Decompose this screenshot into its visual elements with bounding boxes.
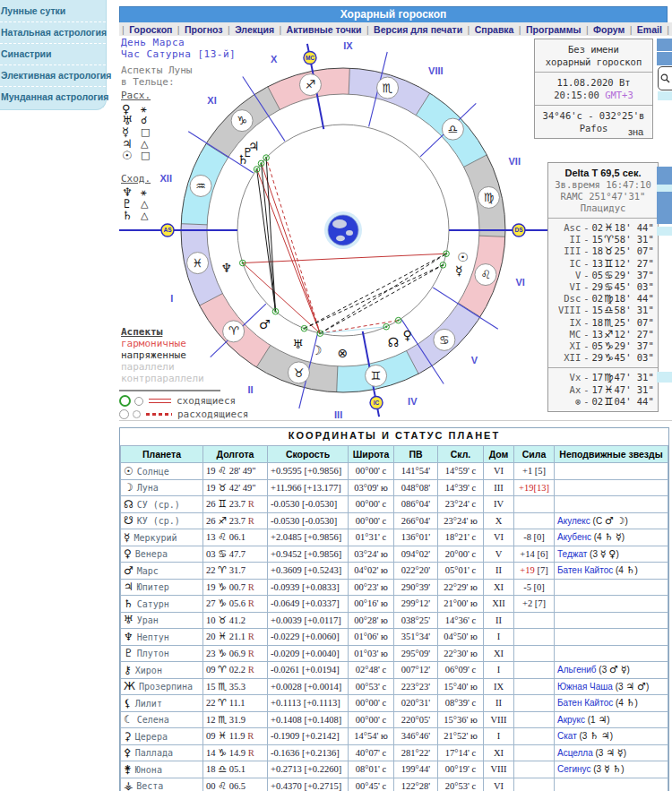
menu-item-5[interactable]: Версия для печати — [374, 24, 462, 35]
fixed-star-link[interactable]: Акулекс — [557, 516, 590, 526]
table-row: ⚳Церера09 ♓ 11.9 R-0.1909 [+0.2142]14°54… — [121, 728, 668, 745]
fixed-star-link[interactable]: Батен Кайтос — [557, 565, 613, 575]
house-cusp-row: IC-13♊12' 27" — [549, 258, 657, 270]
planet-glyph: ☉ — [124, 465, 137, 477]
table-row: ♂Марс22 ♈ 31.7+0.3609 [+0.5243]04°02' ю0… — [121, 563, 668, 580]
house-cusp-row: Dsc-02♍18' 44" — [549, 293, 657, 305]
house-numeral: XI — [207, 95, 216, 106]
house-cusp-row: VIII-15♎58' 31" — [549, 305, 657, 316]
coordinates-section: КООРДИНАТЫ И СТАТУС ПЛАНЕТ ПланетаДолгот… — [119, 427, 669, 791]
search-button[interactable] — [658, 66, 672, 90]
house-numeral: XII — [160, 173, 172, 184]
house-cusp-row: XII-29♑45' 03" — [549, 352, 657, 364]
house-numeral: I — [170, 293, 173, 304]
house-cusp-row: III-18♉25' 07" — [549, 245, 657, 257]
house-cusp-row: IX-18♏25' 07" — [549, 317, 657, 329]
column-header: Дом — [484, 446, 514, 463]
planet-glyph-moon: ☽ — [311, 343, 323, 357]
planet-glyph: ♇ — [124, 647, 137, 659]
special-point-row: Ax-17♓47' 31" — [549, 384, 657, 396]
axis-label: AS — [163, 227, 172, 233]
aspect-endpoint-dot — [260, 162, 262, 164]
fixed-star-link[interactable]: Скат — [557, 731, 577, 741]
planet-glyph: ⚳ — [124, 730, 135, 743]
menu-item-3[interactable]: Элекция — [235, 24, 274, 35]
aspect-endpoint-dot — [445, 253, 447, 254]
legend-parallels: параллели — [121, 361, 204, 373]
chart-time: 20:15:00 GMT+3 — [536, 89, 651, 101]
hour-label: Час Сатурна [13-й] — [121, 48, 236, 60]
sidebar-item-4[interactable]: Элективная астрология — [0, 65, 106, 87]
sign-glyph: ♏ — [383, 82, 393, 95]
aspect-line — [257, 169, 321, 333]
sidebar-item-3[interactable]: Синастрии — [0, 44, 106, 65]
ramc: RAMC 251°47'31" — [549, 191, 657, 202]
aspect-endpoint-dot — [303, 327, 305, 329]
aspect-line — [262, 163, 276, 311]
legend-contraparallels: контрпараллели — [121, 373, 204, 384]
menu-item-7[interactable]: Программы — [526, 24, 582, 35]
house-system: Плацидус — [549, 202, 657, 214]
fixed-star-link[interactable]: Альгениб — [557, 665, 597, 675]
table-row: ⚸Лилит22 ♈ 11.1+0.1113 [+0.1113]00°00' с… — [121, 695, 668, 712]
planet-glyph: ♅ — [124, 614, 137, 626]
planet-glyph-neptune: ♆ — [220, 261, 232, 275]
legend-harmonious: гармоничные — [121, 338, 204, 349]
aspect-line — [266, 158, 320, 333]
special-point-row: Vx-17♍47' 31" — [549, 372, 657, 383]
table-title: КООРДИНАТЫ И СТАТУС ПЛАНЕТ — [120, 428, 668, 445]
menu-item-4[interactable]: Активные точки — [287, 24, 362, 35]
applying-label: Сход. — [121, 173, 151, 185]
table-row: ♄Сатурн27 ♑ 05.6 R-0.0649 [+0.0337]00°16… — [121, 596, 668, 613]
applying-aspects-list: ♆⚹♇△♄△ — [122, 186, 148, 221]
sidebar-item-2[interactable]: Натальная астрология — [0, 22, 106, 44]
fixed-star-link[interactable]: Сегинус — [557, 764, 590, 774]
sidebar: Лунные суткиНатальная астрологияСинастри… — [0, 0, 107, 110]
sidereal-time: Зв.время 16:47:10 — [549, 179, 657, 191]
legend-diverging-row: расходящиеся — [119, 408, 248, 420]
house-numeral: V — [471, 355, 478, 365]
house-numeral: VII — [508, 156, 520, 167]
horary-horoscope-page: Лунные суткиНатальная астрологияСинастри… — [0, 0, 672, 791]
table-row: ⚶Веста00 ♌ 06.5+0.4370 [+0.2715]00°45' с… — [121, 778, 668, 791]
earth-continent — [336, 236, 345, 241]
column-header: Скл. — [438, 446, 484, 463]
table-row: ♇Плутон23 ♑ 06.9 R-0.0209 [+0.0040]01°03… — [121, 645, 668, 662]
menu-item-9[interactable]: Email — [637, 24, 662, 35]
fixed-star-link[interactable]: Теджат — [557, 549, 587, 559]
menu-item-1[interactable]: Гороскоп — [129, 24, 172, 35]
table-row: ⚵Юнона18 ♎ 05.1+0.2713 [+0.2260]08°01' с… — [121, 761, 668, 778]
menu-bar: |Гороскоп|Прогноз|Элекция|Активные точки… — [119, 22, 672, 36]
aspect-line — [262, 163, 321, 333]
menu-item-6[interactable]: Справка — [475, 24, 514, 35]
planet-glyph: ☽ — [124, 481, 137, 494]
sign-glyph: ♍ — [484, 191, 495, 204]
planet-glyph-mercury: ☿ — [455, 263, 463, 278]
chart-type: хорарный гороскоп — [536, 56, 651, 68]
table-row: ЖПрозерпина15 ♏ 35.3+0.0028 [+0.0014]00°… — [121, 678, 668, 695]
fixed-star-link[interactable]: Батен Кайтос — [557, 698, 613, 708]
special-point-row: ⊗-02♊04' 44" — [549, 396, 657, 408]
fixed-star-link[interactable]: Южная Чаша — [557, 682, 613, 692]
planet-glyph: ☾ — [124, 713, 137, 726]
right-column-fragment — [657, 167, 672, 185]
sidebar-item-5[interactable]: Мунданная астрология — [0, 87, 106, 107]
fixed-star-link[interactable]: Акрукс — [557, 715, 585, 725]
planets-table: ПланетаДолготаСкоростьШиротаПВСкл.ДомСил… — [120, 445, 668, 791]
sign-glyph: ♌ — [480, 268, 491, 281]
house-numeral: IV — [408, 396, 418, 407]
menu-item-8[interactable]: Форум — [593, 24, 625, 35]
planetary-day-hour: День Марса Час Сатурна [13-й] — [121, 37, 236, 60]
column-header: ПВ — [394, 446, 438, 463]
fixed-star-link[interactable]: Акубенс — [557, 532, 591, 542]
sidebar-item-1[interactable]: Лунные сутки — [0, 1, 106, 22]
house-cusp-row: Asc-02♓18' 44" — [549, 222, 657, 234]
planet-glyph-pluto: ♇ — [243, 145, 254, 159]
table-row: ☽Луна19 ♉ 42' 49"+11.966 [+13.177]03°09'… — [121, 479, 668, 496]
legend-divider — [119, 390, 220, 391]
green-circle-icon — [119, 395, 131, 407]
table-row: ☋КУ (ср.)26 ♐ 23.7 R-0.0530 [-0.0530]00°… — [121, 512, 668, 529]
aspect-line — [305, 254, 447, 328]
menu-item-2[interactable]: Прогноз — [185, 24, 223, 35]
fixed-star-link[interactable]: Асцелла — [557, 748, 593, 758]
